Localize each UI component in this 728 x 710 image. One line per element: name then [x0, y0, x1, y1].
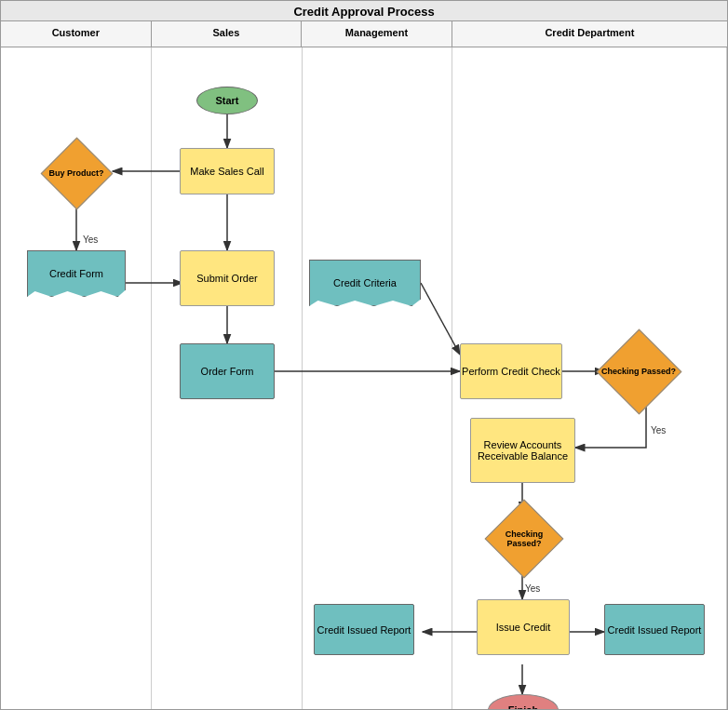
credit-issued-report-mgmt-shape: Credit Issued Report: [314, 604, 414, 655]
lane-header-sales: Sales: [152, 21, 303, 47]
buy-product-shape: Buy Product?: [38, 145, 115, 201]
lane-header-management: Management: [302, 21, 452, 47]
checking-passed-2-shape: Checking Passed?: [487, 511, 561, 567]
credit-criteria-shape: Credit Criteria: [309, 260, 421, 306]
lane-header-customer: Customer: [1, 21, 152, 47]
make-sales-call-shape: Make Sales Call: [180, 148, 275, 194]
checking-passed-1-shape: Checking Passed?: [597, 343, 681, 399]
start-shape: Start: [196, 87, 258, 114]
submit-order-shape: Submit Order: [180, 250, 275, 306]
review-ar-shape: Review Accounts Receivable Balance: [470, 418, 575, 483]
diagram-title: Credit Approval Process: [1, 1, 727, 21]
credit-form-shape: Credit Form: [27, 250, 126, 297]
order-form-shape: Order Form: [180, 343, 275, 399]
credit-issued-report-credit-shape: Credit Issued Report: [604, 604, 705, 655]
lanes-body: Yes Yes Yes Start Buy Product? Make Sale…: [1, 47, 727, 710]
lanes-header: Customer Sales Management Credit Departm…: [1, 21, 727, 47]
lane-header-credit: Credit Department: [452, 21, 727, 47]
diagram-container: Credit Approval Process Customer Sales M…: [0, 0, 728, 710]
perform-credit-check-shape: Perform Credit Check: [460, 343, 562, 399]
issue-credit-shape: Issue Credit: [477, 599, 570, 655]
